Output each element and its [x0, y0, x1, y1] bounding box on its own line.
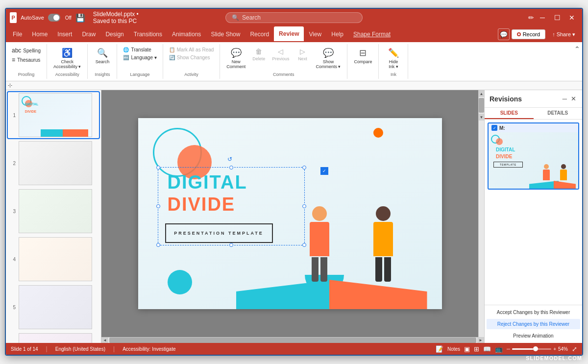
mini-circle-fill [496, 138, 503, 145]
slide-thumb-2[interactable]: 2 [8, 140, 99, 186]
spelling-button[interactable]: abc Spelling [10, 46, 43, 55]
hide-ink-button[interactable]: ✏️ HideInk ▾ [385, 46, 402, 71]
minimize-button[interactable]: ─ [536, 11, 549, 24]
rev-tab-details[interactable]: DETAILS [534, 108, 583, 119]
previous-comment-button[interactable]: ◁ Previous [270, 46, 292, 63]
notes-label[interactable]: Notes [447, 346, 460, 352]
pen-icon[interactable]: ✏ [528, 14, 534, 22]
rev-tab-slides[interactable]: SLIDES [485, 108, 534, 119]
hide-ink-label: HideInk ▾ [389, 59, 398, 69]
share-button[interactable]: ↑ Share ▾ [547, 30, 580, 39]
maximize-button[interactable]: ☐ [551, 11, 564, 24]
sel-handle-tl[interactable] [156, 166, 160, 170]
show-changes-button[interactable]: 🔄 Show Changes [167, 54, 216, 61]
zoom-thumb[interactable] [533, 346, 538, 351]
tab-home[interactable]: Home [27, 26, 52, 42]
scroll-up-arrow[interactable]: ▲ [479, 90, 484, 97]
tab-shape-format[interactable]: Shape Format [348, 26, 395, 42]
horizontal-scrollbar[interactable]: ◄ ► [101, 337, 484, 343]
sel-handle-br[interactable] [302, 243, 306, 247]
revisions-minimize-button[interactable]: ─ [562, 94, 568, 103]
tab-record[interactable]: Record [245, 26, 274, 42]
rotate-handle[interactable]: ↺ [227, 156, 232, 163]
sel-handle-tr[interactable] [302, 166, 306, 170]
thesaurus-button[interactable]: ≡ Thesaurus [10, 55, 43, 64]
next-comment-button[interactable]: ▷ Next [294, 46, 311, 63]
show-comments-label: ShowComments ▾ [316, 59, 341, 69]
reject-changes-button[interactable]: Reject Changes by this Reviewer [487, 319, 580, 329]
tab-design[interactable]: Design [100, 26, 128, 42]
slide-thumb-3[interactable]: 3 [8, 188, 99, 234]
vertical-scrollbar[interactable]: ▲ ▼ [478, 90, 484, 337]
tab-review[interactable]: Review [274, 26, 304, 42]
tab-view[interactable]: View [304, 26, 326, 42]
autosave-label: AutoSave [21, 15, 44, 21]
tab-insert[interactable]: Insert [52, 26, 77, 42]
slide-thumb-4[interactable]: 4 [8, 236, 99, 282]
sel-handle-mr[interactable] [302, 204, 306, 208]
scroll-thumb-h[interactable] [109, 338, 476, 343]
tab-animations[interactable]: Animations [167, 26, 206, 42]
status-sep-2: | [113, 345, 115, 352]
search-bar[interactable]: 🔍 Search [225, 12, 363, 23]
slide-panel[interactable]: 1 DIGITAL DIVIDE 2 3 [6, 90, 101, 343]
record-button[interactable]: Record [512, 29, 545, 39]
check-accessibility-button[interactable]: ♿ CheckAccessibility ▾ [51, 46, 84, 71]
mark-all-read-button[interactable]: 📋 Mark All as Read [167, 46, 216, 53]
slide-sorter-icon[interactable]: ⊞ [474, 345, 479, 353]
slide-thumb-6[interactable]: 6 [8, 332, 99, 343]
slide-thumb-1[interactable]: 1 DIGITAL DIVIDE [8, 92, 99, 138]
tab-file[interactable]: File [8, 26, 27, 42]
accessibility-status[interactable]: Accessibility: Investigate [122, 346, 175, 352]
slide-container[interactable]: DIGITAL DIVIDE PRESENTATION TEMPLATE [101, 90, 478, 337]
compare-button[interactable]: ⊟ Compare [351, 46, 374, 66]
autosave-toggle[interactable] [48, 14, 60, 22]
zoom-track[interactable] [512, 348, 551, 350]
sel-handle-tm[interactable] [229, 166, 233, 170]
reading-view-icon[interactable]: 📖 [483, 345, 491, 353]
revision-item-1[interactable]: ✓ M: DIGITAL DIVIDE TEMPLATE [488, 122, 579, 190]
scroll-right-arrow[interactable]: ► [477, 338, 484, 343]
normal-view-icon[interactable]: ▣ [464, 345, 470, 353]
slide-canvas[interactable]: DIGITAL DIVIDE PRESENTATION TEMPLATE [138, 118, 442, 309]
scroll-thumb-v[interactable] [479, 98, 484, 113]
main-area: 1 DIGITAL DIVIDE 2 3 [6, 90, 582, 343]
tab-transitions[interactable]: Transitions [129, 26, 167, 42]
search-button[interactable]: 🔍 Search [93, 46, 112, 66]
char-right-head [376, 206, 391, 221]
slide-thumb-5[interactable]: 5 [8, 284, 99, 330]
comment-icon-button[interactable]: 💬 [498, 28, 510, 40]
show-comments-button[interactable]: 💬 ShowComments ▾ [313, 46, 343, 71]
accept-changes-button[interactable]: Accept Changes by this Reviewer [487, 307, 580, 317]
sel-handle-ml[interactable] [156, 204, 160, 208]
preview-animation-button[interactable]: Preview Animation [487, 331, 580, 341]
tab-help[interactable]: Help [326, 26, 348, 42]
tab-draw[interactable]: Draw [77, 26, 100, 42]
fit-slide-icon[interactable]: ⤢ [572, 345, 577, 353]
sel-handle-bm[interactable] [229, 243, 233, 247]
revision-checkbox[interactable]: ✓ [491, 125, 497, 131]
ribbon-collapse-button[interactable]: ⌃ [572, 44, 582, 54]
zoom-minus-icon[interactable]: ─ [507, 346, 510, 352]
status-bar: Slide 1 of 14 | English (United States) … [6, 343, 582, 355]
save-icon[interactable]: 💾 [75, 13, 85, 23]
tab-slideshow[interactable]: Slide Show [206, 26, 245, 42]
sel-handle-bl[interactable] [156, 243, 160, 247]
language-button[interactable]: 🔤 Language ▾ [121, 54, 158, 61]
spelling-icon: abc [12, 47, 21, 54]
zoom-slider[interactable]: ─ + 54% [507, 346, 568, 352]
slide-preview-1: DIGITAL DIVIDE [19, 93, 92, 137]
scroll-left-arrow[interactable]: ◄ [101, 338, 108, 343]
translate-button[interactable]: 🌐 Translate [121, 46, 158, 53]
close-button[interactable]: ✕ [565, 11, 578, 24]
record-btn-label: Record [523, 31, 540, 37]
edit-corner-icon[interactable]: ✓ [320, 167, 328, 175]
revisions-close-button[interactable]: ✕ [570, 94, 577, 103]
scroll-down-arrow[interactable]: ▼ [479, 114, 484, 121]
new-comment-button[interactable]: 💬 NewComment [224, 46, 248, 71]
zoom-plus-icon[interactable]: + [553, 346, 556, 352]
notes-button[interactable]: 📝 [436, 345, 443, 353]
delete-comment-button[interactable]: 🗑 Delete [250, 46, 268, 63]
slide-info: Slide 1 of 14 [11, 346, 38, 352]
presenter-view-icon[interactable]: 📺 [495, 345, 503, 353]
